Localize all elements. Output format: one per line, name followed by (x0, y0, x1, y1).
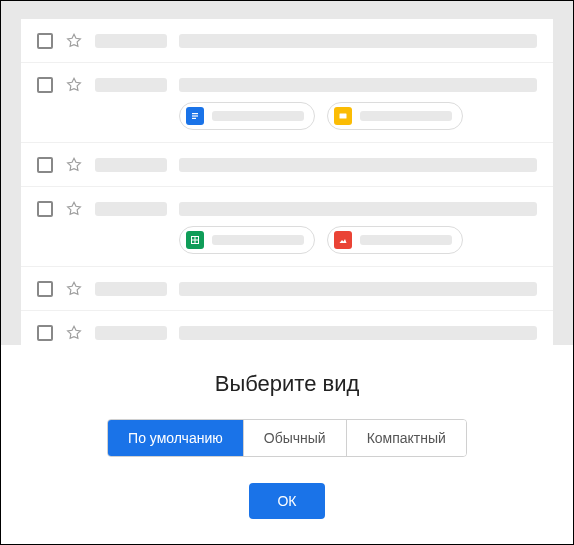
sender-placeholder (95, 202, 167, 216)
density-option-comfortable[interactable]: Обычный (244, 420, 347, 456)
checkbox-icon (37, 157, 53, 173)
checkbox-icon (37, 77, 53, 93)
subject-placeholder (179, 78, 537, 92)
density-controls: Выберите вид По умолчанию Обычный Компак… (1, 345, 573, 539)
subject-column (179, 323, 537, 340)
svg-rect-1 (192, 115, 198, 116)
svg-rect-3 (340, 114, 347, 119)
attachment-chip-sheets (179, 226, 315, 254)
slides-icon (334, 107, 352, 125)
mail-row (21, 19, 553, 63)
subject-column (179, 155, 537, 172)
subject-placeholder (179, 158, 537, 172)
attachment-name-placeholder (212, 111, 304, 121)
star-icon (65, 156, 83, 174)
subject-placeholder (179, 282, 537, 296)
mail-row (21, 187, 553, 267)
attachment-chips (179, 226, 537, 254)
subject-placeholder (179, 202, 537, 216)
star-icon (65, 200, 83, 218)
checkbox-icon (37, 201, 53, 217)
subject-placeholder (179, 326, 537, 340)
star-icon (65, 32, 83, 50)
doc-icon (186, 107, 204, 125)
subject-column (179, 31, 537, 48)
density-segmented-control: По умолчанию Обычный Компактный (107, 419, 467, 457)
checkbox-icon (37, 325, 53, 341)
sender-placeholder (95, 78, 167, 92)
mail-row (21, 267, 553, 311)
density-preview (1, 1, 573, 345)
star-icon (65, 324, 83, 342)
attachment-chip-image (327, 226, 463, 254)
sender-placeholder (95, 158, 167, 172)
attachment-chip-slides (327, 102, 463, 130)
attachment-chips (179, 102, 537, 130)
attachment-name-placeholder (212, 235, 304, 245)
subject-column (179, 199, 537, 254)
mail-row (21, 311, 553, 345)
attachment-name-placeholder (360, 235, 452, 245)
dialog-title: Выберите вид (21, 371, 553, 397)
star-icon (65, 280, 83, 298)
attachment-chip-doc (179, 102, 315, 130)
checkbox-icon (37, 281, 53, 297)
star-icon (65, 76, 83, 94)
image-icon (334, 231, 352, 249)
subject-column (179, 279, 537, 296)
sender-placeholder (95, 34, 167, 48)
checkbox-icon (37, 33, 53, 49)
mail-list (21, 19, 553, 345)
mail-row (21, 63, 553, 143)
density-option-default[interactable]: По умолчанию (108, 420, 244, 456)
sender-placeholder (95, 282, 167, 296)
density-option-compact[interactable]: Компактный (347, 420, 466, 456)
svg-rect-0 (192, 113, 198, 114)
subject-column (179, 75, 537, 130)
svg-rect-2 (192, 118, 196, 119)
mail-row (21, 143, 553, 187)
subject-placeholder (179, 34, 537, 48)
sender-placeholder (95, 326, 167, 340)
ok-button[interactable]: ОК (249, 483, 324, 519)
attachment-name-placeholder (360, 111, 452, 121)
sheets-icon (186, 231, 204, 249)
